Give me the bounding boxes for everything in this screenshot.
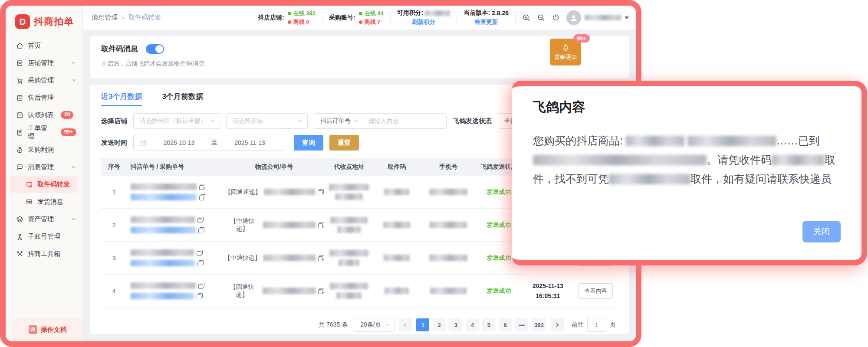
page-button[interactable]: 6 bbox=[499, 318, 512, 331]
operation-doc-link[interactable]: W 操作文档 bbox=[13, 318, 82, 341]
send-status: 发送成功 bbox=[487, 188, 511, 196]
tab-recent-3-months[interactable]: 近3个月数据 bbox=[101, 92, 142, 106]
copy-icon[interactable] bbox=[197, 293, 203, 299]
zoom-in-icon[interactable] bbox=[522, 13, 530, 22]
view-content-button[interactable]: 查看内容 bbox=[578, 283, 613, 299]
divider bbox=[515, 12, 516, 23]
next-page-button[interactable] bbox=[551, 318, 564, 331]
sidebar-item-claim-list[interactable]: 认领列表 20 bbox=[6, 106, 82, 124]
sidebar-item-shop-mgmt[interactable]: 店铺管理 bbox=[6, 54, 82, 72]
order-type-select[interactable]: 抖店订单号 bbox=[314, 117, 363, 125]
chevron-down-icon bbox=[385, 322, 390, 327]
page-button[interactable]: 2 bbox=[433, 318, 446, 331]
copy-icon[interactable] bbox=[199, 194, 205, 200]
copy-icon[interactable] bbox=[197, 250, 203, 256]
pickup-code-redacted bbox=[384, 189, 409, 195]
refresh-points-link[interactable]: 刷新积分 bbox=[412, 18, 435, 26]
zoom-out-icon[interactable] bbox=[537, 13, 545, 22]
important-notice-button[interactable]: 重要通知 99+ bbox=[550, 39, 581, 65]
send-status: 发送成功 bbox=[487, 287, 511, 295]
pickup-message-card: 取件码消息 开启后，店铺飞鸽才会发送取件码消息 重要通知 99+ bbox=[90, 36, 629, 79]
page-button[interactable]: 5 bbox=[482, 318, 495, 331]
send-status-label: 飞鸽发送状态 bbox=[453, 117, 492, 125]
search-button[interactable]: 查询 bbox=[294, 135, 323, 151]
copy-icon[interactable] bbox=[318, 222, 324, 228]
copy-icon[interactable] bbox=[198, 227, 204, 233]
purchase-status-group: 采购账号: 在线 44 离线 7 bbox=[329, 10, 384, 26]
check-update-link[interactable]: 检查更新 bbox=[474, 18, 498, 26]
phone-tail-redacted bbox=[609, 174, 690, 184]
sidebar-item-pickup-code-forward[interactable]: 取件码转发 bbox=[10, 176, 78, 193]
page-size-select[interactable]: 20条/页 bbox=[354, 318, 395, 332]
goto-page-input[interactable] bbox=[587, 318, 606, 332]
page-button[interactable]: 3 bbox=[449, 318, 462, 331]
sidebar-menu: 首页 店铺管理 采购管理 售后管理 bbox=[6, 34, 82, 262]
order-content-input[interactable] bbox=[363, 118, 446, 124]
sidebar: D 抖商拍单 首页 店铺管理 采购管理 bbox=[6, 6, 83, 341]
points-label: 可用积分: bbox=[397, 9, 424, 17]
goto-label: 前往 bbox=[572, 321, 584, 329]
sidebar-item-purchase-profit[interactable]: 采购利润 bbox=[6, 141, 82, 158]
copy-icon[interactable] bbox=[197, 260, 204, 266]
copy-icon[interactable] bbox=[199, 184, 205, 190]
power-icon[interactable] bbox=[552, 13, 560, 22]
station-address-redacted bbox=[533, 155, 707, 165]
logo-text: 抖商拍单 bbox=[34, 15, 74, 28]
date-to-label: 至 bbox=[211, 139, 217, 147]
sidebar-item-workorder-mgmt[interactable]: 工单管理 99+ bbox=[6, 124, 82, 141]
page-button[interactable]: 4 bbox=[466, 318, 479, 331]
breadcrumb-separator: > bbox=[121, 14, 125, 21]
pickup-message-toggle[interactable] bbox=[146, 44, 164, 54]
sidebar-item-purchase-mgmt[interactable]: 采购管理 bbox=[6, 72, 82, 89]
purchase-no-redacted[interactable] bbox=[131, 194, 197, 200]
phone-redacted bbox=[429, 255, 467, 261]
page-ellipsis[interactable]: ••• bbox=[515, 318, 528, 331]
send-time-label: 发送时间 bbox=[101, 139, 127, 147]
send-status: 发送成功 bbox=[487, 254, 511, 262]
purchase-no-redacted[interactable] bbox=[131, 227, 196, 233]
purchase-no-redacted[interactable] bbox=[131, 260, 195, 266]
user-menu[interactable] bbox=[566, 10, 629, 25]
group-select[interactable]: 请选择分组（默认全部） bbox=[133, 113, 220, 129]
version-value: 2.8.26 bbox=[492, 10, 509, 16]
shop-select[interactable]: 请选择店铺 bbox=[226, 113, 308, 129]
phone-redacted bbox=[429, 189, 467, 195]
pigeon-content-modal: 飞鸽内容 您购买的抖店商品: ……已到。请凭收件码取件，找不到可凭取件，如有疑问… bbox=[512, 81, 867, 265]
sidebar-item-subaccount-mgmt[interactable]: 子账号管理 bbox=[6, 228, 82, 245]
sidebar-item-toolbox[interactable]: 抖商工具箱 bbox=[6, 245, 82, 262]
modal-close-button[interactable]: 关闭 bbox=[802, 221, 841, 242]
purchase-no-redacted[interactable] bbox=[131, 293, 194, 299]
copy-icon[interactable] bbox=[318, 288, 324, 294]
online-dot bbox=[359, 12, 362, 15]
sidebar-item-aftersale-mgmt[interactable]: 售后管理 bbox=[6, 89, 82, 106]
reset-button[interactable]: 重置 bbox=[329, 135, 359, 151]
sidebar-item-asset-mgmt[interactable]: 资产管理 bbox=[6, 210, 82, 228]
forward-window-icon bbox=[26, 181, 33, 188]
prev-page-button[interactable] bbox=[399, 318, 412, 331]
header-status-area: 抖店店铺: 在线 392 离线 0 采购账号: 在线 44 离线 7 bbox=[258, 9, 629, 26]
chevron-down-icon bbox=[71, 78, 76, 83]
box-icon bbox=[16, 111, 23, 119]
username-redacted bbox=[585, 15, 621, 20]
purchase-offline-status: 离线 7 bbox=[359, 18, 384, 26]
layers-icon bbox=[16, 216, 23, 223]
sidebar-item-home[interactable]: 首页 bbox=[6, 37, 82, 54]
sidebar-item-message-mgmt[interactable]: 消息管理 bbox=[6, 158, 82, 176]
copy-icon[interactable] bbox=[198, 283, 204, 289]
breadcrumb-parent[interactable]: 消息管理 bbox=[92, 13, 118, 22]
copy-icon[interactable] bbox=[318, 255, 324, 261]
sidebar-item-delivery-message[interactable]: 发货消息 bbox=[6, 193, 82, 210]
page-button[interactable]: 382 bbox=[532, 318, 546, 331]
points-group: 可用积分: 刷新积分 bbox=[397, 9, 450, 26]
pickup-address-redacted bbox=[330, 283, 368, 299]
copy-icon[interactable] bbox=[197, 217, 204, 223]
order-no-redacted bbox=[131, 216, 195, 223]
pickup-code-redacted bbox=[384, 255, 410, 261]
copy-icon[interactable] bbox=[318, 189, 324, 195]
page-button[interactable]: 1 bbox=[416, 318, 429, 331]
offline-dot bbox=[288, 20, 291, 24]
date-range-picker[interactable]: 2025-10-13 至 2025-11-13 bbox=[133, 135, 285, 151]
tab-before-3-months[interactable]: 3个月前数据 bbox=[162, 92, 203, 106]
chevron-down-icon bbox=[210, 118, 215, 124]
offline-dot bbox=[359, 20, 362, 24]
